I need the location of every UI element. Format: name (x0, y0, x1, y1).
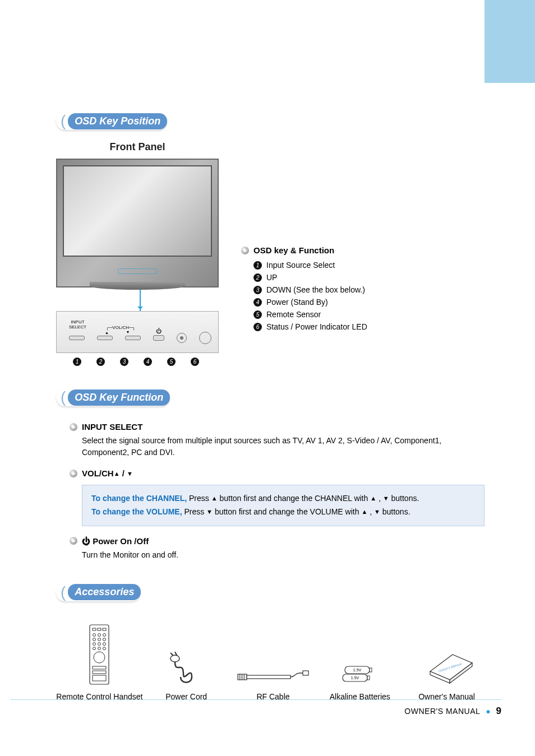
subheading-text: ⏻ Power On /Off (82, 536, 149, 546)
heading-text: Accessories (68, 584, 141, 600)
power-body: Turn the Monitor on and off. (56, 549, 490, 561)
num-badge: 3 (253, 286, 262, 294)
osd-function-list: 1Input Source Select 2UP 3DOWN (See the … (241, 261, 490, 331)
num-badge: 5 (253, 310, 262, 319)
bullet-icon (70, 537, 77, 545)
page-content: OSD Key Position Front Panel INPUT SELEC… (0, 0, 535, 701)
marker-2: 2 (96, 358, 105, 366)
rf-cable-icon (237, 624, 310, 685)
accessory-rf-cable: RF Cable (230, 624, 317, 701)
subheading-text: VOL/CH▲ / ▼ (82, 469, 133, 478)
list-item: 3DOWN (See the box below.) (253, 285, 490, 294)
panel-button-2 (97, 336, 113, 340)
func-label: DOWN (See the box below.) (266, 285, 365, 294)
num-badge: 6 (253, 323, 262, 331)
label-input-select: INPUT SELECT (69, 319, 86, 330)
page-footer: OWNER'S MANUAL ● 9 (11, 699, 501, 717)
footer-page-number: 9 (496, 706, 501, 716)
func-label: Input Source Select (266, 261, 335, 270)
heading-osd-key-function: OSD Key Function (56, 388, 170, 406)
footer-dot-icon: ● (486, 707, 490, 716)
bullet-icon (70, 470, 77, 477)
section-accessories: Accessories (56, 583, 490, 701)
accessory-batteries: 1.5V 1.5V Alkaline Batteries (316, 624, 403, 701)
volch-info-box: To change the CHANNEL, Press ▲ button fi… (82, 485, 485, 526)
svg-rect-29 (370, 668, 372, 672)
bullet-icon (70, 423, 77, 431)
marker-6: 6 (191, 358, 199, 366)
tv-illustration (56, 159, 219, 287)
list-item: 4Power (Stand By) (253, 298, 490, 307)
section-osd-key-function: OSD Key Function INPUT SELECT Select the… (56, 388, 490, 561)
front-panel-layout: INPUT SELECT ┌─VOL/CH─┐▲▼ 1 2 3 4 5 6 (56, 159, 490, 366)
list-item: 1Input Source Select (253, 261, 490, 270)
panel-remote-sensor-icon (177, 333, 187, 343)
bullet-icon (241, 247, 249, 254)
accessory-remote: Remote Control Handset (56, 624, 143, 701)
heading-text: OSD Key Position (68, 113, 167, 129)
num-badge: 1 (253, 261, 262, 270)
callout-arrow-icon (140, 290, 141, 311)
heading-osd-key-position: OSD Key Position (56, 112, 167, 130)
svg-rect-32 (367, 676, 370, 680)
svg-text:1.5V: 1.5V (351, 676, 359, 680)
svg-rect-21 (238, 674, 247, 680)
subheading-input-select: INPUT SELECT (56, 422, 490, 432)
func-label: UP (266, 273, 277, 282)
func-label: Status / Power Indicator LED (266, 322, 367, 331)
panel-button-power (153, 335, 164, 341)
heading-accessories: Accessories (56, 583, 141, 601)
heading-text: OSD key & Function (253, 245, 334, 255)
power-cord-icon (164, 624, 209, 685)
list-item: 2UP (253, 273, 490, 282)
input-select-body: Select the signal source from multiple i… (56, 435, 490, 458)
svg-text:1.5V: 1.5V (353, 668, 362, 672)
marker-5: 5 (167, 358, 176, 366)
heading-front-panel: Front Panel (56, 141, 219, 153)
accessories-row: Remote Control Handset Power Cord (56, 624, 490, 701)
num-badge: 2 (253, 273, 262, 282)
svg-rect-27 (303, 671, 308, 675)
func-label: Remote Sensor (266, 310, 321, 319)
info-line-channel: To change the CHANNEL, Press ▲ button fi… (91, 492, 475, 505)
svg-point-20 (170, 655, 179, 662)
osd-function-list-column: OSD key & Function 1Input Source Select … (241, 159, 490, 366)
marker-3: 3 (120, 358, 128, 366)
manual-icon: Owner's Manual (419, 624, 475, 685)
subheading-text: INPUT SELECT (82, 422, 142, 432)
heading-text: OSD Key Function (68, 389, 170, 406)
accessory-manual: Owner's Manual Owner's Manual (403, 624, 490, 701)
batteries-icon: 1.5V 1.5V (340, 624, 380, 685)
remote-icon (87, 624, 111, 685)
subheading-volch: VOL/CH▲ / ▼ (56, 469, 490, 478)
panel-button-3 (125, 336, 141, 340)
panel-number-markers: 1 2 3 4 5 6 (73, 358, 224, 366)
footer-manual-label: OWNER'S MANUAL (404, 707, 480, 716)
tv-diagram: INPUT SELECT ┌─VOL/CH─┐▲▼ 1 2 3 4 5 6 (56, 159, 224, 366)
info-line-volume: To change the VOLUME, Press ▼ button fir… (91, 505, 475, 519)
accessory-power-cord: Power Cord (143, 624, 230, 701)
list-item: 6Status / Power Indicator LED (253, 322, 490, 331)
marker-1: 1 (73, 358, 81, 366)
sidebar-accent-band (485, 0, 535, 83)
func-label: Power (Stand By) (266, 298, 328, 307)
marker-4: 4 (144, 358, 152, 366)
panel-led-icon (199, 332, 211, 344)
heading-osd-key-and-function: OSD key & Function (241, 245, 490, 255)
subheading-power: ⏻ Power On /Off (56, 536, 490, 546)
power-icon: ⏻ (82, 536, 93, 546)
num-badge: 4 (253, 298, 262, 307)
svg-rect-26 (247, 675, 290, 679)
button-panel-detail: INPUT SELECT ┌─VOL/CH─┐▲▼ (56, 311, 219, 353)
list-item: 5Remote Sensor (253, 310, 490, 319)
panel-button-1 (69, 336, 85, 340)
